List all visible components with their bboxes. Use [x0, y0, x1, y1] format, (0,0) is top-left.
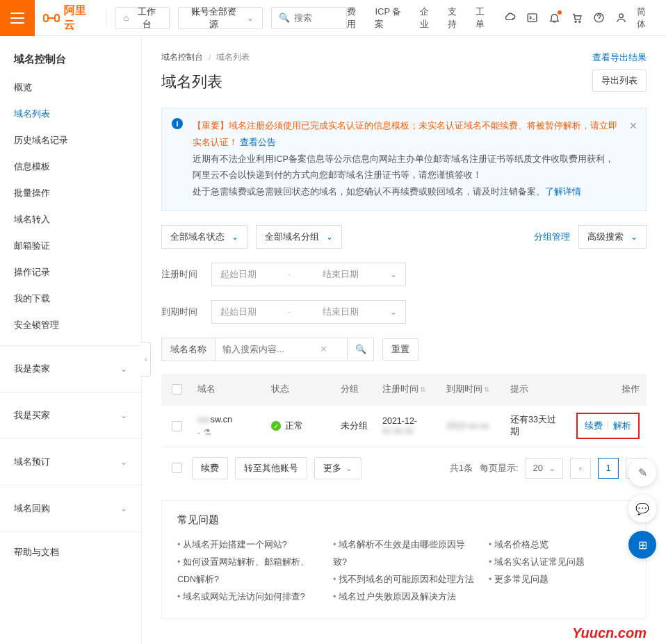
col-reg-time[interactable]: 注册时间⇅: [377, 383, 441, 395]
faq-item[interactable]: 域名过户失败原因及解决方法: [333, 588, 475, 606]
faq-item[interactable]: 域名实名认证常见问题: [489, 554, 631, 571]
row-ops-highlight: 续费 | 解析: [576, 413, 640, 439]
faq-item[interactable]: 域名解析不生效是由哪些原因导致?: [333, 536, 475, 571]
domain-search-input[interactable]: [222, 344, 320, 354]
sidebar-item-history[interactable]: 历史域名记录: [0, 127, 141, 154]
sidebar-group-buyer[interactable]: 我是买家⌄: [0, 399, 141, 431]
table-footer: 续费 转至其他账号 更多⌄ 共1条 每页显示: 20⌄ ‹ 1 ›: [161, 457, 647, 479]
faq-item[interactable]: 如何设置网站解析、邮箱解析、CDN解析?: [177, 554, 319, 588]
logo-text: 阿里云: [64, 3, 97, 33]
nav-ticket[interactable]: 工单: [476, 6, 494, 31]
sidebar-item-overview[interactable]: 概览: [0, 74, 141, 101]
svg-point-7: [619, 14, 623, 18]
page-number[interactable]: 1: [598, 458, 619, 479]
nav-support[interactable]: 支持: [448, 6, 466, 31]
terminal-icon[interactable]: [526, 12, 538, 24]
exp-date-range[interactable]: 起始日期 - 结束日期 ⌄: [211, 300, 406, 324]
header-search-input[interactable]: [294, 13, 336, 23]
notice-close[interactable]: ✕: [629, 117, 637, 135]
sidebar-item-downloads[interactable]: 我的下载: [0, 286, 141, 312]
help-icon[interactable]: [592, 12, 605, 24]
float-chat-button[interactable]: 💬: [628, 495, 656, 522]
status-select-label: 全部域名状态: [170, 231, 225, 243]
checkbox-all[interactable]: [172, 384, 182, 395]
group-manage-link[interactable]: 分组管理: [534, 231, 570, 243]
account-dropdown[interactable]: 账号全部资源 ⌄: [178, 7, 263, 29]
sidebar-group-buyback[interactable]: 域名回购⌄: [0, 493, 141, 525]
faq-col-1: 从域名开始搭建一个网站? 如何设置网站解析、邮箱解析、CDN解析? 域名或网站无…: [177, 536, 319, 606]
nav-enterprise[interactable]: 企业: [420, 6, 438, 31]
svg-point-4: [575, 21, 576, 22]
sidebar-item-security-lock[interactable]: 安全锁管理: [0, 312, 141, 338]
bulk-more-button[interactable]: 更多⌄: [314, 457, 362, 479]
header-right: 费用 ICP 备案 企业 支持 工单 简体: [347, 6, 666, 31]
domain-search: 域名名称 ✕ 🔍: [161, 338, 374, 361]
nav-cost[interactable]: 费用: [347, 6, 365, 31]
divider: [106, 10, 106, 26]
sidebar-title: 域名控制台: [0, 49, 141, 74]
table-header: 域名 状态 分组 注册时间⇅ 到期时间⇅ 提示 操作: [161, 374, 647, 406]
chevron-down-icon: ⌄: [120, 364, 127, 374]
op-renew-link[interactable]: 续费: [585, 420, 603, 432]
total-count: 共1条: [450, 462, 473, 474]
checkbox-row[interactable]: [172, 421, 182, 431]
logo[interactable]: 阿里云: [43, 3, 97, 33]
sidebar-item-transfer-in[interactable]: 域名转入: [0, 206, 141, 233]
view-export-link[interactable]: 查看导出结果: [592, 51, 647, 64]
cell-domain[interactable]: xxxsw.cn - ⚗: [192, 415, 266, 438]
notice-link-learn-more[interactable]: 了解详情: [545, 187, 581, 197]
status-select[interactable]: 全部域名状态⌄: [161, 225, 247, 249]
sidebar-item-op-log[interactable]: 操作记录: [0, 259, 141, 286]
op-resolve-link[interactable]: 解析: [613, 420, 631, 432]
info-icon: i: [172, 118, 183, 129]
cloud-icon[interactable]: [503, 12, 516, 24]
faq-item[interactable]: 域名或网站无法访问如何排查?: [177, 588, 319, 606]
float-apps-button[interactable]: ⊞: [628, 531, 656, 559]
float-edit-button[interactable]: ✎: [628, 459, 656, 486]
faq-item[interactable]: 从域名开始搭建一个网站?: [177, 536, 319, 554]
header-search[interactable]: 🔍: [271, 7, 348, 29]
advanced-search[interactable]: 高级搜索⌄: [578, 225, 647, 249]
sidebar-group-seller[interactable]: 我是卖家⌄: [0, 353, 141, 385]
faq-item[interactable]: 域名价格总览: [489, 536, 631, 554]
hamburger-menu[interactable]: [0, 0, 35, 36]
search-button[interactable]: 🔍: [348, 338, 374, 361]
faq-item[interactable]: 找不到域名的可能原因和处理方法: [333, 571, 475, 588]
per-page-select[interactable]: 20⌄: [526, 458, 563, 479]
reset-button[interactable]: 重置: [382, 338, 419, 361]
cart-icon[interactable]: [570, 12, 583, 24]
reg-date-range[interactable]: 起始日期 - 结束日期 ⌄: [211, 263, 406, 286]
bell-icon[interactable]: [548, 12, 560, 24]
sidebar-item-domain-list[interactable]: 域名列表: [0, 101, 141, 127]
export-list-button[interactable]: 导出列表: [592, 69, 647, 92]
breadcrumb-parent[interactable]: 域名控制台: [161, 51, 203, 63]
sidebar-item-batch[interactable]: 批量操作: [0, 180, 141, 206]
search-icon: 🔍: [279, 13, 290, 23]
sidebar-item-info-template[interactable]: 信息模板: [0, 154, 141, 180]
group-select[interactable]: 全部域名分组⌄: [256, 225, 342, 249]
divider: [0, 531, 141, 532]
col-exp-time[interactable]: 到期时间⇅: [441, 383, 505, 395]
col-status: 状态: [266, 383, 335, 395]
clear-icon[interactable]: ✕: [320, 344, 327, 354]
domain-search-label: 域名名称: [161, 338, 216, 361]
lang-switch[interactable]: 简体: [637, 6, 655, 31]
sidebar-help-docs[interactable]: 帮助与文档: [0, 539, 141, 565]
per-page-label: 每页显示:: [480, 462, 519, 474]
avatar-icon[interactable]: [615, 12, 627, 24]
notice-line3: 处于急需续费或急需赎回状态的域名，如您确认不再续费或赎回域名，请及时注销备案。: [193, 187, 545, 197]
cell-reg-time: 2021-12-xx xx:xx: [377, 416, 441, 436]
bulk-renew-button[interactable]: 续费: [192, 457, 228, 479]
notice-link-announcement[interactable]: 查看公告: [240, 138, 276, 147]
faq-item[interactable]: 更多常见问题: [489, 571, 631, 588]
checkbox-footer[interactable]: [172, 463, 182, 473]
col-ops: 操作: [565, 383, 647, 395]
faq-col-2: 域名解析不生效是由哪些原因导致? 找不到域名的可能原因和处理方法 域名过户失败原…: [333, 536, 475, 606]
sidebar-group-reserve[interactable]: 域名预订⌄: [0, 446, 141, 478]
chevron-down-icon: ⌄: [346, 463, 352, 473]
nav-icp[interactable]: ICP 备案: [375, 6, 410, 31]
workspace-button[interactable]: ⌂ 工作台: [115, 7, 170, 29]
page-prev[interactable]: ‹: [570, 458, 591, 479]
sidebar-item-email-verify[interactable]: 邮箱验证: [0, 233, 141, 259]
bulk-transfer-button[interactable]: 转至其他账号: [235, 457, 307, 479]
